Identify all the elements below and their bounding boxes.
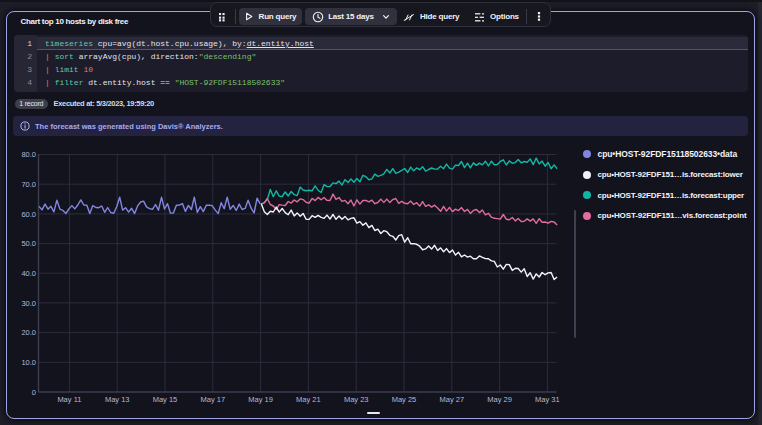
svg-text:20.0: 20.0 — [21, 328, 36, 337]
svg-text:May 23: May 23 — [344, 395, 369, 404]
svg-text:0: 0 — [32, 388, 36, 397]
svg-text:May 17: May 17 — [200, 395, 225, 404]
svg-text:50.0: 50.0 — [21, 239, 36, 248]
svg-text:60.0: 60.0 — [21, 210, 36, 219]
svg-text:10.0: 10.0 — [21, 358, 36, 367]
svg-text:May 27: May 27 — [439, 395, 464, 404]
svg-text:May 31: May 31 — [535, 395, 560, 404]
svg-text:May 13: May 13 — [105, 395, 130, 404]
svg-text:70.0: 70.0 — [21, 180, 36, 189]
svg-text:May 29: May 29 — [487, 395, 512, 404]
svg-text:May 15: May 15 — [153, 395, 178, 404]
svg-text:May 11: May 11 — [57, 395, 81, 404]
svg-text:40.0: 40.0 — [21, 269, 36, 278]
svg-text:80.0: 80.0 — [21, 150, 36, 159]
svg-text:30.0: 30.0 — [21, 299, 36, 308]
svg-text:May 21: May 21 — [296, 395, 321, 404]
svg-text:May 25: May 25 — [392, 395, 417, 404]
svg-text:May 19: May 19 — [248, 395, 273, 404]
